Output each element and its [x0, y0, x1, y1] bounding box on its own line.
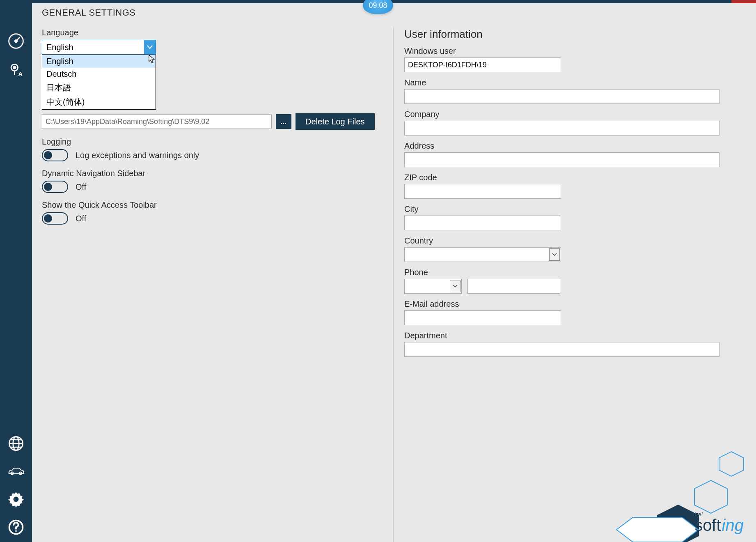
lang-option-deutsch[interactable]: Deutsch	[42, 68, 156, 80]
zip-input[interactable]	[404, 184, 561, 199]
email-label: E-Mail address	[404, 299, 745, 309]
company-label: Company	[404, 110, 745, 119]
country-label: Country	[404, 236, 745, 246]
department-label: Department	[404, 331, 745, 340]
globe-icon[interactable]	[7, 434, 25, 452]
hamburger-menu-icon[interactable]	[7, 7, 25, 21]
dynamic-nav-value: Off	[76, 182, 86, 192]
language-value: English	[46, 43, 73, 52]
name-input[interactable]	[404, 89, 719, 104]
city-input[interactable]	[404, 216, 561, 230]
dropdown-toggle-icon[interactable]	[144, 40, 156, 54]
user-info-title: User information	[404, 28, 745, 41]
logging-value: Log exceptions and warnings only	[76, 151, 199, 160]
address-input[interactable]	[404, 152, 719, 167]
address-label: Address	[404, 141, 745, 151]
page-title: GENERAL SETTINGS	[42, 7, 135, 18]
language-dropdown: English Deutsch 日本語 中文(简体)	[42, 55, 156, 110]
time-bubble: 09:08	[363, 0, 393, 14]
help-icon[interactable]	[7, 518, 25, 536]
window-close-stub[interactable]	[731, 0, 756, 3]
city-label: City	[404, 204, 745, 214]
delete-log-files-button[interactable]: Delete Log Files	[296, 113, 375, 130]
phone-label: Phone	[404, 268, 745, 277]
zip-label: ZIP code	[404, 173, 745, 182]
browse-button[interactable]: ...	[276, 114, 291, 129]
right-column: User information Windows user Name Compa…	[393, 28, 756, 542]
name-label: Name	[404, 78, 745, 87]
svg-text:A: A	[18, 71, 23, 77]
lang-option-chinese[interactable]: 中文(简体)	[42, 95, 156, 109]
country-select[interactable]	[404, 247, 561, 262]
svg-point-3	[14, 67, 16, 69]
svg-point-9	[14, 497, 19, 502]
gear-icon[interactable]	[7, 490, 25, 508]
chevron-down-icon	[450, 280, 460, 292]
department-input[interactable]	[404, 342, 719, 357]
lang-option-english[interactable]: English	[42, 55, 156, 68]
quick-toolbar-label: Show the Quick Access Toolbar	[42, 200, 199, 210]
company-input[interactable]	[404, 121, 719, 136]
logging-toggle[interactable]	[42, 149, 68, 161]
windows-user-label: Windows user	[404, 46, 745, 56]
svg-point-11	[15, 530, 17, 532]
dynamic-nav-label: Dynamic Navigation Sidebar	[42, 169, 199, 178]
main-content: GENERAL SETTINGS Language English Englis…	[32, 0, 756, 542]
windows-user-input[interactable]	[404, 57, 561, 72]
sidebar: A	[0, 0, 32, 542]
logging-label: Logging	[42, 137, 199, 147]
quick-toolbar-toggle[interactable]	[42, 212, 68, 225]
chevron-down-icon	[549, 248, 560, 261]
phone-number-input[interactable]	[467, 279, 560, 294]
left-column: Language English English Deutsch 日本語 中文(…	[32, 28, 393, 542]
phone-prefix-select[interactable]	[404, 279, 462, 294]
dynamic-nav-toggle[interactable]	[42, 181, 68, 193]
car-icon[interactable]	[7, 462, 25, 480]
quick-toolbar-value: Off	[76, 214, 86, 223]
language-label: Language	[42, 28, 383, 37]
lang-option-japanese[interactable]: 日本語	[42, 80, 156, 95]
location-a-icon[interactable]: A	[7, 61, 25, 79]
language-select[interactable]: English	[42, 40, 156, 55]
log-path-input[interactable]	[42, 114, 272, 129]
email-input[interactable]	[404, 310, 561, 325]
svg-point-1	[15, 40, 17, 42]
gauge-icon[interactable]	[7, 32, 25, 50]
